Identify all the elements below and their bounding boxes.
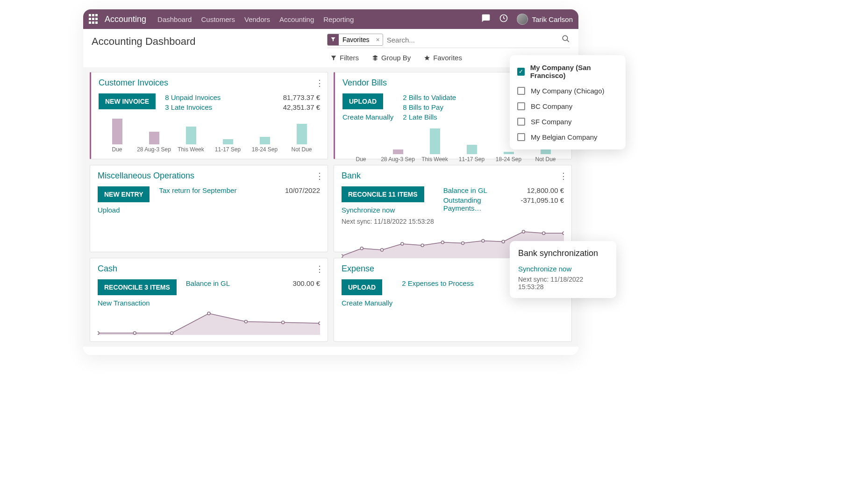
- filter-chip-remove[interactable]: ×: [373, 36, 383, 43]
- company-name: SF Company: [531, 118, 572, 126]
- svg-point-1: [563, 35, 568, 41]
- upload-link[interactable]: Upload: [98, 206, 120, 214]
- svg-point-19: [244, 320, 247, 323]
- company-picker-popover: ✓My Company (San Francisco)My Company (C…: [510, 55, 626, 149]
- stat-bills-pay[interactable]: 8 Bills to Pay: [403, 103, 443, 111]
- checkbox-icon: [517, 133, 525, 141]
- bank-stats: Balance in GL12,800.00 € Outstanding Pay…: [443, 186, 564, 225]
- company-option[interactable]: ✓My Company (San Francisco): [517, 60, 618, 83]
- svg-point-21: [319, 322, 320, 325]
- user-menu[interactable]: Tarik Carlson: [517, 14, 573, 25]
- card-cash: Cash ⋮ RECONCILE 3 ITEMS New Transaction…: [90, 258, 328, 342]
- svg-point-20: [282, 321, 285, 324]
- apps-grid-icon[interactable]: [89, 14, 99, 24]
- svg-point-6: [401, 242, 404, 245]
- filter-chip-favorites: Favorites ×: [327, 34, 383, 46]
- stat-outstanding[interactable]: Outstanding Payments…: [443, 196, 521, 212]
- avatar: [517, 14, 528, 25]
- search-icon[interactable]: [562, 35, 570, 45]
- header: Accounting Dashboard Favorites × Fil: [83, 29, 578, 67]
- synchronize-now-link[interactable]: Synchronize now: [342, 206, 395, 214]
- company-name: My Company (San Francisco): [530, 64, 618, 79]
- next-sync-text: Next sync: 11/18/2022 15:53:28: [342, 218, 434, 225]
- invoice-aging-chart: Due28 Aug-3 SepThis Week11-17 Sep18-24 S…: [99, 118, 320, 153]
- reconcile-cash-button[interactable]: RECONCILE 3 ITEMS: [98, 279, 177, 295]
- card-menu-icon[interactable]: ⋮: [559, 171, 567, 181]
- groupby-button[interactable]: Group By: [372, 54, 411, 62]
- create-manually-link[interactable]: Create Manually: [342, 299, 392, 307]
- svg-line-2: [567, 40, 569, 42]
- clock-icon[interactable]: [499, 14, 508, 25]
- card-menu-icon[interactable]: ⋮: [315, 171, 323, 181]
- topbar: Accounting Dashboard Customers Vendors A…: [83, 9, 578, 29]
- company-name: My Company (Chicago): [531, 87, 605, 95]
- company-option[interactable]: My Company (Chicago): [517, 83, 618, 99]
- stat-unpaid-invoices[interactable]: 8 Unpaid Invoices: [165, 93, 221, 101]
- svg-point-15: [98, 332, 99, 334]
- new-entry-button[interactable]: NEW ENTRY: [98, 186, 150, 202]
- svg-point-4: [360, 247, 363, 250]
- create-manually-link[interactable]: Create Manually: [342, 113, 393, 121]
- search-box: Favorites ×: [327, 34, 570, 48]
- stat-late-bills[interactable]: 2 Late Bills: [403, 113, 437, 121]
- checkbox-icon: ✓: [517, 68, 525, 76]
- svg-point-12: [522, 230, 525, 233]
- dashboard-grid: Customer Invoices ⋮ NEW INVOICE 8 Unpaid…: [83, 67, 578, 347]
- svg-point-10: [482, 240, 485, 242]
- filter-funnel-icon: [328, 34, 339, 45]
- company-option[interactable]: BC Company: [517, 99, 618, 114]
- card-title[interactable]: Bank: [342, 171, 564, 181]
- search-input[interactable]: [383, 34, 562, 46]
- reconcile-bank-button[interactable]: RECONCILE 11 ITEMS: [342, 186, 424, 202]
- new-invoice-button[interactable]: NEW INVOICE: [99, 93, 156, 109]
- nav-reporting[interactable]: Reporting: [323, 15, 354, 23]
- svg-point-11: [502, 240, 505, 243]
- upload-expense-button[interactable]: UPLOAD: [342, 279, 382, 295]
- svg-point-9: [462, 241, 464, 244]
- stat-bills-validate[interactable]: 2 Bills to Validate: [403, 93, 456, 101]
- card-title[interactable]: Cash: [98, 264, 320, 274]
- card-title[interactable]: Customer Invoices: [99, 78, 320, 88]
- company-name: My Belgian Company: [531, 133, 598, 141]
- nav-customers[interactable]: Customers: [201, 15, 235, 23]
- app-window: Accounting Dashboard Customers Vendors A…: [83, 9, 578, 355]
- stat-expenses-process[interactable]: 2 Expenses to Process: [402, 279, 473, 287]
- svg-point-3: [342, 255, 343, 257]
- checkbox-icon: [517, 102, 525, 110]
- app-title: Accounting: [105, 14, 146, 24]
- company-option[interactable]: SF Company: [517, 114, 618, 129]
- card-menu-icon[interactable]: ⋮: [315, 264, 323, 274]
- svg-point-16: [133, 332, 136, 334]
- stat-tax-return[interactable]: Tax return for September: [159, 186, 236, 194]
- checkbox-icon: [517, 118, 525, 126]
- nav-vendors[interactable]: Vendors: [244, 15, 270, 23]
- stat-late-invoices[interactable]: 3 Late Invoices: [165, 103, 212, 111]
- svg-point-17: [171, 332, 173, 334]
- nav-accounting[interactable]: Accounting: [279, 15, 314, 23]
- company-name: BC Company: [531, 102, 572, 110]
- bank-sync-popover: Bank synchronization Synchronize now Nex…: [510, 241, 616, 298]
- card-misc-ops: Miscellaneous Operations ⋮ NEW ENTRY Upl…: [90, 165, 328, 252]
- sync-now-link[interactable]: Synchronize now: [518, 265, 608, 273]
- topbar-right: Tarik Carlson: [481, 14, 573, 25]
- nav-dashboard[interactable]: Dashboard: [157, 15, 192, 23]
- misc-stats: Tax return for September10/07/2022: [159, 186, 320, 214]
- stat-balance-gl[interactable]: Balance in GL: [443, 186, 487, 194]
- invoice-stats: 8 Unpaid Invoices81,773.37 € 3 Late Invo…: [165, 93, 320, 113]
- user-name: Tarik Carlson: [532, 15, 573, 23]
- filters-button[interactable]: Filters: [330, 54, 359, 62]
- card-bank: Bank ⋮ RECONCILE 11 ITEMS Synchronize no…: [334, 165, 572, 252]
- new-transaction-link[interactable]: New Transaction: [98, 299, 150, 307]
- stat-balance-gl[interactable]: Balance in GL: [186, 279, 230, 287]
- chat-icon[interactable]: [481, 14, 491, 25]
- favorites-button[interactable]: Favorites: [424, 54, 462, 62]
- company-option[interactable]: My Belgian Company: [517, 129, 618, 145]
- svg-point-18: [207, 312, 210, 315]
- svg-point-14: [563, 232, 564, 234]
- upload-bill-button[interactable]: UPLOAD: [342, 93, 383, 109]
- card-title[interactable]: Miscellaneous Operations: [98, 171, 320, 181]
- topbar-nav: Dashboard Customers Vendors Accounting R…: [157, 15, 354, 23]
- svg-point-5: [381, 248, 384, 251]
- card-menu-icon[interactable]: ⋮: [315, 78, 323, 88]
- cash-stats: Balance in GL300.00 €: [186, 279, 320, 307]
